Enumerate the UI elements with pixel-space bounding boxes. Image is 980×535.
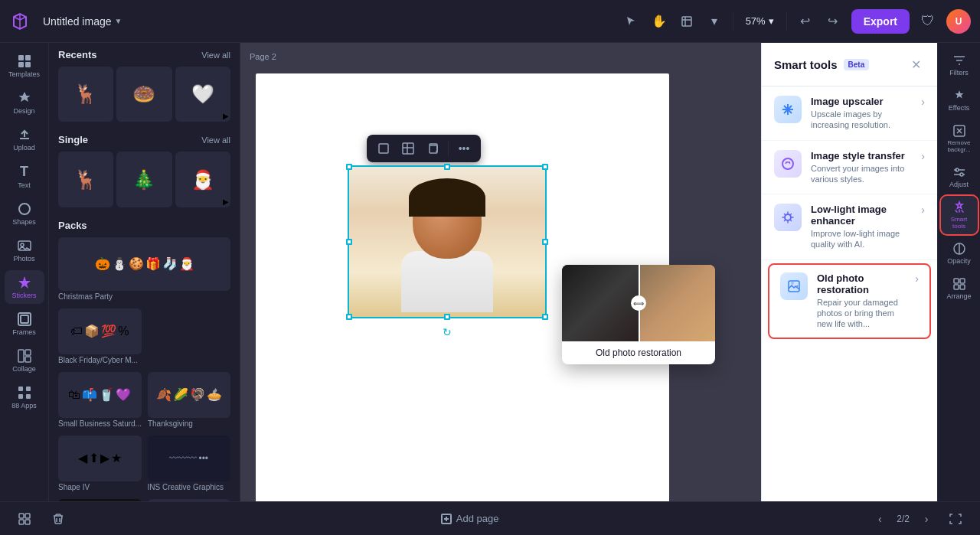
upscaler-info: Image upscaler Upscale images by increas… <box>811 96 912 131</box>
user-avatar[interactable]: U <box>946 9 971 34</box>
sidebar-item-design[interactable]: Design <box>5 86 44 119</box>
sidebar-item-shapes[interactable]: Shapes <box>5 197 44 230</box>
recents-view-all-btn[interactable]: View all <box>201 51 230 60</box>
bottom-grid-btn[interactable] <box>12 507 37 531</box>
right-tool-arrange[interactable]: Arrange <box>941 272 978 305</box>
undo-btn[interactable]: ↩ <box>793 9 818 34</box>
export-button[interactable]: Export <box>851 9 910 34</box>
person-hair <box>409 178 485 217</box>
smart-panel-close-btn[interactable]: ✕ <box>906 55 925 73</box>
opacity-icon <box>952 242 966 256</box>
right-tool-remove-bg[interactable]: Remove backgr... <box>941 119 978 158</box>
handle-middle-left[interactable] <box>346 239 352 245</box>
upscaler-icon-wrap <box>774 96 802 123</box>
filters-icon <box>952 54 966 67</box>
resize-tool-btn[interactable] <box>675 9 699 34</box>
topbar-right: Export 🛡 U <box>851 9 971 34</box>
packs-title: Packs <box>58 220 87 231</box>
pack-smallbiz-thumb[interactable]: 🛍 📫 🥤 💜 <box>58 372 142 418</box>
right-tool-adjust[interactable]: Adjust <box>941 161 978 193</box>
style-icon-wrap <box>774 150 802 178</box>
pack-thanksgiving-thumb[interactable]: 🍂 🌽 🦃 🥧 <box>148 372 230 418</box>
lowlight-icon <box>780 210 795 225</box>
sidebar-item-collage[interactable]: Collage <box>5 344 44 377</box>
svg-rect-14 <box>26 387 31 391</box>
right-tool-effects[interactable]: Effects <box>941 84 978 116</box>
add-page-icon <box>441 514 452 524</box>
right-tool-opacity-label: Opacity <box>947 257 971 265</box>
sidebar-item-photos[interactable]: Photos <box>5 233 44 267</box>
tooltip-slider[interactable]: ⟺ <box>631 295 646 311</box>
redo-btn[interactable]: ↪ <box>821 9 845 34</box>
hand-tool-btn[interactable]: ✋ <box>647 9 671 34</box>
rotate-handle[interactable]: ↻ <box>439 325 455 340</box>
left-sidebar: Templates Design Upload T Text Shapes Ph… <box>0 43 49 501</box>
pack-emoji: 🎃 <box>95 256 110 271</box>
smart-panel-title-row: Smart tools Beta <box>774 58 869 71</box>
recent-item-2[interactable]: 🍩 <box>116 67 172 122</box>
svg-rect-4 <box>25 62 31 67</box>
handle-bottom-right[interactable] <box>542 314 548 320</box>
crop-tool-btn[interactable] <box>373 138 394 159</box>
more-options-btn[interactable]: ••• <box>453 138 475 159</box>
photos-icon <box>17 238 32 253</box>
single-item-3[interactable]: 🎅 ▶ <box>175 152 230 207</box>
next-page-btn[interactable]: › <box>916 508 937 530</box>
svg-point-22 <box>789 161 790 163</box>
smart-tool-upscaler[interactable]: Image upscaler Upscale images by increas… <box>762 86 937 141</box>
recent-item-1[interactable]: 🦌 <box>58 67 113 122</box>
fullscreen-btn[interactable] <box>943 507 968 531</box>
handle-top-right[interactable] <box>542 164 548 170</box>
tooltip-before <box>562 265 639 341</box>
upscaler-icon <box>780 102 795 117</box>
right-tool-opacity[interactable]: Opacity <box>941 237 978 269</box>
smart-tool-lowlight[interactable]: Low-light image enhancer Improve low-lig… <box>762 194 937 260</box>
sidebar-label-shapes: Shapes <box>12 218 36 226</box>
pack-ins-thumb[interactable]: 〰〰〰 ••• <box>148 436 231 481</box>
smart-tool-oldphoto[interactable]: Old photo restoration Repair your damage… <box>768 263 931 339</box>
pack-blackfriday-thumb[interactable]: 🏷 📦 💯 % <box>58 308 142 354</box>
single-item-1[interactable]: 🦌 <box>58 152 113 207</box>
bottom-center: Add page <box>435 510 505 527</box>
right-tool-filters-label: Filters <box>949 69 969 77</box>
pack-shape4-thumb[interactable]: ◀ ⬆ ▶ ★ <box>58 436 142 481</box>
handle-top-center[interactable] <box>444 164 450 170</box>
selected-image[interactable]: ↻ <box>348 165 547 318</box>
right-tool-filters[interactable]: Filters <box>941 49 978 81</box>
sidebar-label-text: Text <box>18 181 31 189</box>
sidebar-item-frames[interactable]: Frames <box>5 307 44 341</box>
sidebar-item-upload[interactable]: Upload <box>5 122 44 156</box>
resize-dropdown-btn[interactable]: ▾ <box>702 9 727 34</box>
canvas-area: Page 2 ••• <box>240 43 761 501</box>
sidebar-item-apps[interactable]: 88 Apps <box>5 380 44 414</box>
prev-page-btn[interactable]: ‹ <box>869 508 890 530</box>
document-title-area[interactable]: Untitled image ▼ <box>37 12 128 31</box>
person-body <box>401 251 493 312</box>
sidebar-item-stickers[interactable]: Stickers <box>5 270 44 304</box>
lowlight-name: Low-light image enhancer <box>811 204 912 227</box>
handle-top-left[interactable] <box>346 164 352 170</box>
sidebar-item-templates[interactable]: Templates <box>5 49 44 83</box>
pointer-tool-btn[interactable] <box>619 9 644 34</box>
pack-christmas-thumb[interactable]: 🎃 ⛄ 🍪 🎁 🧦 🎅 <box>58 237 230 291</box>
shield-icon[interactable]: 🛡 <box>916 9 940 34</box>
add-page-label: Add page <box>456 513 499 524</box>
svg-rect-16 <box>26 394 31 399</box>
handle-bottom-center[interactable] <box>444 314 450 320</box>
add-page-btn[interactable]: Add page <box>435 510 505 527</box>
zoom-control[interactable]: 57% ▾ <box>740 12 780 30</box>
copy-tool-btn[interactable] <box>422 138 443 159</box>
handle-middle-right[interactable] <box>542 239 548 245</box>
single-item-2[interactable]: 🎄 <box>116 152 172 207</box>
bottom-trash-btn[interactable] <box>46 507 70 531</box>
svg-rect-11 <box>25 350 31 355</box>
smart-tool-style[interactable]: Image style transfer Convert your images… <box>762 141 937 195</box>
layout-tool-btn[interactable] <box>397 138 419 159</box>
svg-rect-9 <box>21 315 28 323</box>
recent-item-3[interactable]: 🤍 ▶ <box>175 67 230 122</box>
right-tool-smart-tools[interactable]: Smart tools <box>941 196 978 234</box>
sidebar-label-stickers: Stickers <box>11 292 36 299</box>
handle-bottom-left[interactable] <box>346 314 352 320</box>
sidebar-item-text[interactable]: T Text <box>5 159 44 194</box>
single-view-all-btn[interactable]: View all <box>201 135 230 145</box>
